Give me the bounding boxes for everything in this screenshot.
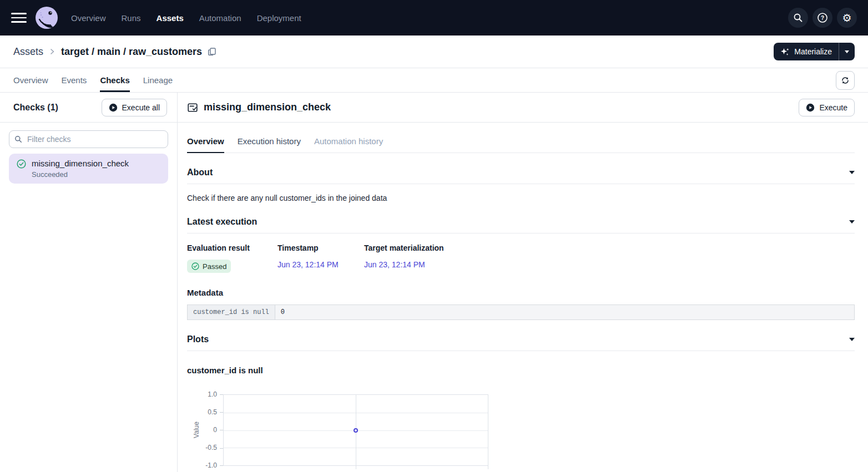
chevron-right-icon	[49, 48, 55, 55]
tab-execution-history[interactable]: Execution history	[238, 130, 301, 153]
asset-tabs: Overview Events Checks Lineage	[0, 68, 868, 93]
execute-all-button[interactable]: Execute all	[102, 99, 167, 116]
table-row: customer_id is null 0	[188, 305, 855, 320]
check-icon	[187, 102, 198, 113]
materialize-button[interactable]: Materialize	[774, 43, 839, 60]
help-button[interactable]: ?	[813, 8, 832, 28]
gear-icon: ⚙	[842, 13, 851, 23]
check-success-icon	[191, 262, 199, 270]
value-scatter-chart: Value 1.0 0.5 0 -0.5 -1.0	[187, 387, 855, 472]
check-description: Check if there are any null customer_ids…	[187, 194, 855, 202]
check-item-status: Succeeded	[32, 170, 129, 179]
timestamp-header: Timestamp	[277, 243, 364, 252]
materialize-dropdown-button[interactable]	[839, 43, 855, 60]
about-section-header: About	[187, 168, 855, 184]
materialize-split-button: Materialize	[774, 43, 855, 60]
check-detail-title: missing_dimension_check	[204, 101, 331, 113]
collapse-caret-icon[interactable]	[849, 220, 855, 224]
search-icon	[14, 135, 22, 145]
check-detail-tabs: Overview Execution history Automation hi…	[187, 130, 855, 153]
hamburger-menu-icon[interactable]	[11, 13, 27, 23]
tab-checks[interactable]: Checks	[100, 68, 129, 92]
breadcrumb-assets-link[interactable]: Assets	[13, 46, 43, 58]
filter-checks-input[interactable]	[9, 130, 168, 148]
metadata-value: 0	[275, 305, 854, 320]
chevron-down-icon	[845, 50, 849, 53]
breadcrumb-row: Assets target / main / raw_customers Mat…	[0, 35, 868, 68]
help-icon: ?	[817, 12, 828, 23]
checks-count-title: Checks (1)	[13, 103, 58, 113]
y-tick: 0	[191, 426, 217, 434]
nav-item-assets[interactable]: Assets	[157, 13, 184, 23]
dagster-logo-icon[interactable]	[36, 7, 58, 29]
passed-badge: Passed	[187, 260, 231, 273]
metadata-table: customer_id is null 0	[187, 304, 855, 320]
plots-heading: Plots	[187, 334, 209, 344]
svg-text:?: ?	[821, 15, 824, 21]
metadata-key: customer_id is null	[188, 305, 275, 320]
nav-item-automation[interactable]: Automation	[199, 13, 241, 23]
target-materialization-link[interactable]: Jun 23, 12:14 PM	[364, 260, 425, 269]
nav-item-deployment[interactable]: Deployment	[257, 13, 301, 23]
search-icon	[793, 13, 803, 23]
y-tick: -1.0	[191, 461, 217, 469]
y-tick: 1.0	[191, 390, 217, 398]
latest-execution-section-header: Latest execution	[187, 217, 855, 234]
play-icon	[109, 103, 118, 112]
primary-nav: Overview Runs Assets Automation Deployme…	[71, 13, 301, 23]
refresh-button[interactable]	[836, 71, 855, 90]
settings-button[interactable]: ⚙	[837, 8, 857, 28]
plot-area	[223, 394, 488, 466]
target-materialization-header: Target materialization	[364, 243, 444, 252]
timestamp-link[interactable]: Jun 23, 12:14 PM	[277, 260, 339, 269]
checks-sidebar: Checks (1) Execute all missing_dimension…	[0, 93, 178, 472]
evaluation-result-header: Evaluation result	[187, 243, 277, 252]
sparkle-icon	[780, 47, 790, 57]
data-point[interactable]	[354, 428, 358, 433]
tab-lineage[interactable]: Lineage	[143, 68, 173, 92]
top-nav: Overview Runs Assets Automation Deployme…	[0, 0, 868, 35]
play-icon	[806, 103, 815, 112]
check-item-name: missing_dimension_check	[32, 159, 129, 168]
nav-item-runs[interactable]: Runs	[122, 13, 141, 23]
breadcrumb-asset-key: target / main / raw_customers	[61, 46, 202, 58]
collapse-caret-icon[interactable]	[849, 338, 855, 341]
check-success-icon	[17, 159, 26, 169]
plot-title: customer_id is null	[187, 366, 855, 375]
check-detail-panel: missing_dimension_check Execute Overview…	[178, 93, 868, 472]
check-list-item[interactable]: missing_dimension_check Succeeded	[9, 154, 168, 184]
execute-button[interactable]: Execute	[799, 99, 855, 116]
collapse-caret-icon[interactable]	[849, 171, 855, 174]
plots-section-header: Plots	[187, 334, 855, 351]
tab-check-overview[interactable]: Overview	[187, 130, 224, 153]
tab-events[interactable]: Events	[62, 68, 87, 92]
tab-automation-history[interactable]: Automation history	[314, 130, 383, 153]
search-button[interactable]	[788, 8, 808, 28]
metadata-heading: Metadata	[187, 288, 855, 297]
y-tick: -0.5	[191, 444, 217, 451]
about-heading: About	[187, 168, 213, 177]
tab-overview[interactable]: Overview	[13, 68, 48, 92]
latest-execution-heading: Latest execution	[187, 217, 257, 227]
copy-icon[interactable]	[208, 47, 216, 56]
nav-item-overview[interactable]: Overview	[71, 13, 106, 23]
y-tick: 0.5	[191, 408, 217, 416]
materialize-label: Materialize	[794, 47, 832, 56]
refresh-icon	[841, 76, 850, 85]
